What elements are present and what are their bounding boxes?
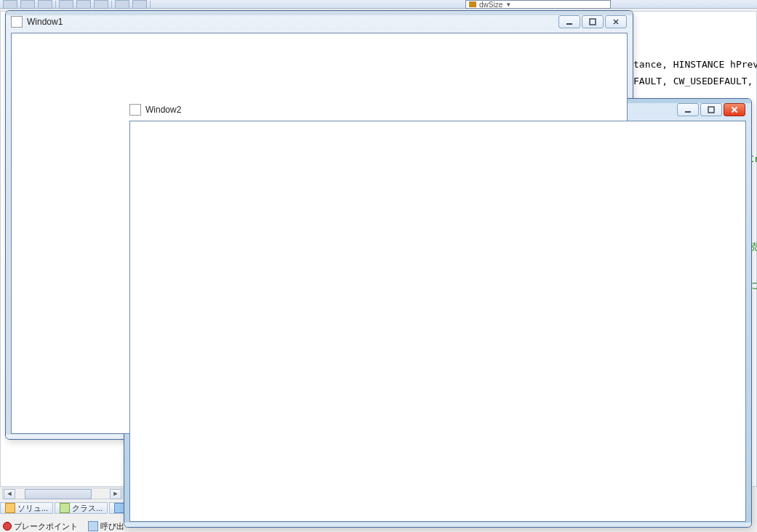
svg-rect-1 [590,19,596,25]
tab-callstack[interactable]: 呼び出 [85,520,127,532]
code-text: FAULT, CW_USEDEFAULT, CW_ [633,76,757,86]
member-combo-label: dwSize [479,1,502,9]
minimize-button[interactable] [677,103,699,116]
toolbar-button[interactable] [132,0,147,9]
toolbar-button[interactable] [59,0,73,9]
titlebar[interactable]: Window1 [11,14,628,30]
tab-class-view[interactable]: クラス... [55,502,108,514]
svg-rect-2 [685,111,691,113]
ide-toolbar: dwSize ▼ [0,0,757,9]
scroll-thumb[interactable] [25,489,92,499]
toolbar-button[interactable] [94,0,108,9]
toolbar-button[interactable] [3,0,17,9]
close-icon [731,106,738,113]
toolbar-separator [55,1,56,8]
minimize-button[interactable] [558,15,580,28]
tab-label: 呼び出 [100,521,124,532]
toolbar-button[interactable] [76,0,91,9]
svg-rect-3 [708,107,714,113]
toolbar-button[interactable] [38,0,52,9]
app-icon [11,16,23,28]
window-title: Window2 [145,105,181,115]
callstack-icon [88,521,98,531]
titlebar[interactable]: Window2 [129,102,746,118]
close-button[interactable] [605,15,627,28]
breakpoint-icon [3,522,12,531]
app-icon [129,104,141,116]
editor-horizontal-scrollbar[interactable]: ◄ ► [2,488,123,499]
svg-rect-0 [566,23,572,25]
app-window-2[interactable]: Window2 [124,98,752,528]
window-client-area[interactable] [129,121,746,522]
panel-tabstrip: ソリュ... クラス... リ [0,502,140,515]
debug-tabstrip: ブレークポイント 呼び出 [0,520,127,532]
tab-solution-explorer[interactable]: ソリュ... [0,502,53,514]
dropdown-icon: ▼ [505,1,511,8]
toolbar-separator [111,1,112,8]
tab-label: ソリュ... [17,503,48,514]
tab-label: クラス... [72,503,103,514]
solution-icon [5,503,15,513]
toolbar-button[interactable] [20,0,35,9]
toolbar-separator [150,1,151,8]
caption-buttons [558,15,627,28]
tab-breakpoints[interactable]: ブレークポイント [0,520,81,532]
code-text: tance, HINSTANCE hPrevInst [633,59,757,70]
tab-label: ブレークポイント [14,521,78,532]
maximize-button[interactable] [582,15,604,28]
caption-buttons [677,103,745,116]
toolbar-button[interactable] [115,0,129,9]
close-button[interactable] [724,103,745,116]
member-combo[interactable]: dwSize ▼ [465,0,611,9]
class-icon [60,503,70,513]
scroll-left-button[interactable]: ◄ [4,489,15,499]
scroll-right-button[interactable]: ► [110,489,121,499]
window-title: Window1 [27,17,63,27]
maximize-button[interactable] [700,103,722,116]
field-icon [469,1,476,7]
